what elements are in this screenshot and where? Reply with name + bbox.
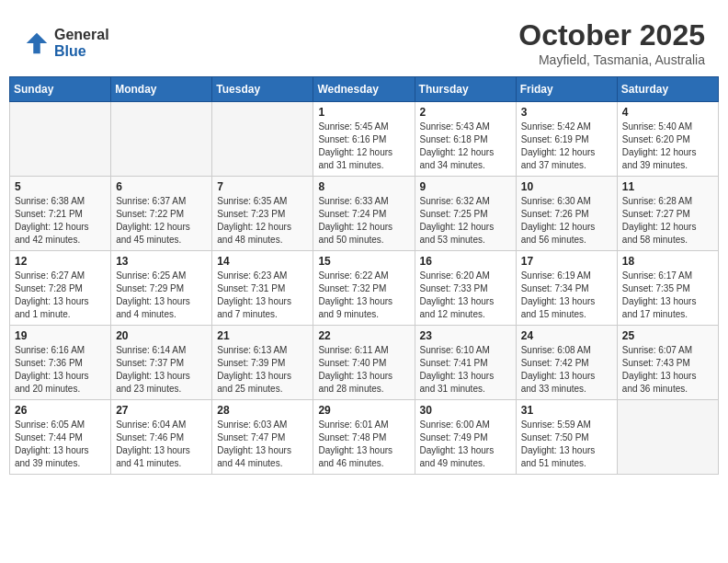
day-info: Sunrise: 6:38 AM Sunset: 7:21 PM Dayligh… bbox=[15, 195, 106, 247]
day-info: Sunrise: 6:28 AM Sunset: 7:27 PM Dayligh… bbox=[622, 195, 713, 247]
logo-general-text: General bbox=[54, 27, 109, 43]
weekday-header-row: SundayMondayTuesdayWednesdayThursdayFrid… bbox=[10, 77, 719, 102]
day-number: 23 bbox=[420, 329, 511, 342]
calendar-cell: 28Sunrise: 6:03 AM Sunset: 7:47 PM Dayli… bbox=[212, 400, 313, 475]
day-number: 9 bbox=[420, 180, 511, 193]
day-info: Sunrise: 6:07 AM Sunset: 7:43 PM Dayligh… bbox=[622, 344, 713, 396]
day-number: 31 bbox=[521, 404, 612, 417]
day-info: Sunrise: 6:23 AM Sunset: 7:31 PM Dayligh… bbox=[217, 270, 308, 321]
calendar: SundayMondayTuesdayWednesdayThursdayFrid… bbox=[9, 76, 719, 475]
weekday-header-tuesday: Tuesday bbox=[212, 77, 313, 102]
calendar-cell: 22Sunrise: 6:11 AM Sunset: 7:40 PM Dayli… bbox=[313, 326, 415, 400]
day-number: 3 bbox=[521, 106, 612, 119]
day-number: 4 bbox=[622, 106, 713, 119]
calendar-cell: 9Sunrise: 6:32 AM Sunset: 7:25 PM Daylig… bbox=[415, 177, 516, 251]
calendar-cell: 15Sunrise: 6:22 AM Sunset: 7:32 PM Dayli… bbox=[313, 251, 415, 326]
day-number: 25 bbox=[622, 329, 713, 342]
calendar-cell bbox=[212, 102, 313, 177]
day-number: 21 bbox=[217, 329, 308, 342]
day-info: Sunrise: 5:42 AM Sunset: 6:19 PM Dayligh… bbox=[521, 121, 612, 172]
svg-marker-0 bbox=[27, 32, 48, 53]
calendar-cell: 27Sunrise: 6:04 AM Sunset: 7:46 PM Dayli… bbox=[111, 400, 212, 475]
calendar-cell: 12Sunrise: 6:27 AM Sunset: 7:28 PM Dayli… bbox=[10, 251, 111, 326]
day-info: Sunrise: 6:33 AM Sunset: 7:24 PM Dayligh… bbox=[318, 195, 409, 247]
day-number: 19 bbox=[15, 329, 106, 342]
calendar-cell: 3Sunrise: 5:42 AM Sunset: 6:19 PM Daylig… bbox=[516, 102, 617, 177]
logo-blue-text: Blue bbox=[54, 43, 109, 60]
title-area: October 2025 Mayfield, Tasmania, Austral… bbox=[518, 18, 705, 67]
calendar-cell: 23Sunrise: 6:10 AM Sunset: 7:41 PM Dayli… bbox=[415, 326, 516, 400]
weekday-header-sunday: Sunday bbox=[10, 77, 111, 102]
day-info: Sunrise: 5:40 AM Sunset: 6:20 PM Dayligh… bbox=[622, 121, 713, 172]
day-number: 11 bbox=[622, 180, 713, 193]
day-info: Sunrise: 6:03 AM Sunset: 7:47 PM Dayligh… bbox=[217, 419, 308, 470]
day-number: 7 bbox=[217, 180, 308, 193]
day-info: Sunrise: 5:45 AM Sunset: 6:16 PM Dayligh… bbox=[318, 121, 409, 172]
day-number: 12 bbox=[15, 255, 106, 268]
week-row-1: 5Sunrise: 6:38 AM Sunset: 7:21 PM Daylig… bbox=[10, 177, 719, 251]
day-number: 29 bbox=[318, 404, 409, 417]
day-info: Sunrise: 6:27 AM Sunset: 7:28 PM Dayligh… bbox=[15, 270, 106, 321]
day-number: 22 bbox=[318, 329, 409, 342]
calendar-cell bbox=[111, 102, 212, 177]
calendar-cell: 17Sunrise: 6:19 AM Sunset: 7:34 PM Dayli… bbox=[516, 251, 617, 326]
calendar-cell: 18Sunrise: 6:17 AM Sunset: 7:35 PM Dayli… bbox=[617, 251, 718, 326]
weekday-header-wednesday: Wednesday bbox=[313, 77, 415, 102]
day-number: 20 bbox=[116, 329, 207, 342]
day-number: 5 bbox=[15, 180, 106, 193]
weekday-header-thursday: Thursday bbox=[415, 77, 516, 102]
calendar-cell: 10Sunrise: 6:30 AM Sunset: 7:26 PM Dayli… bbox=[516, 177, 617, 251]
day-number: 16 bbox=[420, 255, 511, 268]
week-row-2: 12Sunrise: 6:27 AM Sunset: 7:28 PM Dayli… bbox=[10, 251, 719, 326]
day-info: Sunrise: 6:35 AM Sunset: 7:23 PM Dayligh… bbox=[217, 195, 308, 247]
week-row-3: 19Sunrise: 6:16 AM Sunset: 7:36 PM Dayli… bbox=[10, 326, 719, 400]
calendar-cell: 13Sunrise: 6:25 AM Sunset: 7:29 PM Dayli… bbox=[111, 251, 212, 326]
day-info: Sunrise: 6:08 AM Sunset: 7:42 PM Dayligh… bbox=[521, 344, 612, 396]
day-info: Sunrise: 6:19 AM Sunset: 7:34 PM Dayligh… bbox=[521, 270, 612, 321]
day-info: Sunrise: 5:43 AM Sunset: 6:18 PM Dayligh… bbox=[420, 121, 511, 172]
day-info: Sunrise: 6:22 AM Sunset: 7:32 PM Dayligh… bbox=[318, 270, 409, 321]
calendar-cell: 31Sunrise: 5:59 AM Sunset: 7:50 PM Dayli… bbox=[516, 400, 617, 475]
day-number: 24 bbox=[521, 329, 612, 342]
day-number: 26 bbox=[15, 404, 106, 417]
weekday-header-friday: Friday bbox=[516, 77, 617, 102]
day-info: Sunrise: 6:20 AM Sunset: 7:33 PM Dayligh… bbox=[420, 270, 511, 321]
day-info: Sunrise: 6:30 AM Sunset: 7:26 PM Dayligh… bbox=[521, 195, 612, 247]
weekday-header-saturday: Saturday bbox=[617, 77, 718, 102]
calendar-cell: 6Sunrise: 6:37 AM Sunset: 7:22 PM Daylig… bbox=[111, 177, 212, 251]
logo-text: General Blue bbox=[54, 27, 109, 59]
day-info: Sunrise: 6:14 AM Sunset: 7:37 PM Dayligh… bbox=[116, 344, 207, 396]
calendar-cell: 14Sunrise: 6:23 AM Sunset: 7:31 PM Dayli… bbox=[212, 251, 313, 326]
calendar-cell: 21Sunrise: 6:13 AM Sunset: 7:39 PM Dayli… bbox=[212, 326, 313, 400]
day-info: Sunrise: 6:11 AM Sunset: 7:40 PM Dayligh… bbox=[318, 344, 409, 396]
day-number: 18 bbox=[622, 255, 713, 268]
day-info: Sunrise: 6:01 AM Sunset: 7:48 PM Dayligh… bbox=[318, 419, 409, 470]
calendar-cell: 26Sunrise: 6:05 AM Sunset: 7:44 PM Dayli… bbox=[10, 400, 111, 475]
calendar-cell bbox=[10, 102, 111, 177]
calendar-cell: 1Sunrise: 5:45 AM Sunset: 6:16 PM Daylig… bbox=[313, 102, 415, 177]
day-number: 10 bbox=[521, 180, 612, 193]
calendar-cell: 5Sunrise: 6:38 AM Sunset: 7:21 PM Daylig… bbox=[10, 177, 111, 251]
day-info: Sunrise: 6:13 AM Sunset: 7:39 PM Dayligh… bbox=[217, 344, 308, 396]
calendar-cell: 8Sunrise: 6:33 AM Sunset: 7:24 PM Daylig… bbox=[313, 177, 415, 251]
calendar-cell: 20Sunrise: 6:14 AM Sunset: 7:37 PM Dayli… bbox=[111, 326, 212, 400]
calendar-cell: 30Sunrise: 6:00 AM Sunset: 7:49 PM Dayli… bbox=[415, 400, 516, 475]
day-info: Sunrise: 6:17 AM Sunset: 7:35 PM Dayligh… bbox=[622, 270, 713, 321]
day-info: Sunrise: 6:10 AM Sunset: 7:41 PM Dayligh… bbox=[420, 344, 511, 396]
day-number: 14 bbox=[217, 255, 308, 268]
day-info: Sunrise: 6:00 AM Sunset: 7:49 PM Dayligh… bbox=[420, 419, 511, 470]
calendar-cell: 11Sunrise: 6:28 AM Sunset: 7:27 PM Dayli… bbox=[617, 177, 718, 251]
day-info: Sunrise: 6:25 AM Sunset: 7:29 PM Dayligh… bbox=[116, 270, 207, 321]
day-number: 1 bbox=[318, 106, 409, 119]
calendar-cell: 25Sunrise: 6:07 AM Sunset: 7:43 PM Dayli… bbox=[617, 326, 718, 400]
day-info: Sunrise: 6:05 AM Sunset: 7:44 PM Dayligh… bbox=[15, 419, 106, 470]
day-number: 2 bbox=[420, 106, 511, 119]
weekday-header-monday: Monday bbox=[111, 77, 212, 102]
logo-icon bbox=[23, 29, 51, 57]
day-number: 28 bbox=[217, 404, 308, 417]
location-text: Mayfield, Tasmania, Australia bbox=[518, 52, 705, 67]
calendar-cell: 16Sunrise: 6:20 AM Sunset: 7:33 PM Dayli… bbox=[415, 251, 516, 326]
calendar-cell: 7Sunrise: 6:35 AM Sunset: 7:23 PM Daylig… bbox=[212, 177, 313, 251]
day-number: 8 bbox=[318, 180, 409, 193]
day-number: 13 bbox=[116, 255, 207, 268]
